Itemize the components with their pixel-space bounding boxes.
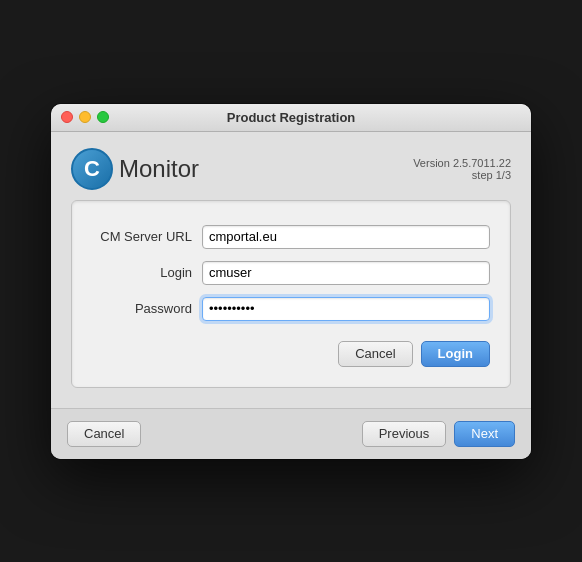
cancel-button[interactable]: Cancel: [67, 421, 141, 447]
server-url-label: CM Server URL: [92, 229, 202, 244]
footer-nav: Previous Next: [362, 421, 515, 447]
traffic-lights: [61, 111, 109, 123]
server-url-input[interactable]: [202, 225, 490, 249]
maximize-button[interactable]: [97, 111, 109, 123]
server-url-row: CM Server URL: [92, 225, 490, 249]
next-button[interactable]: Next: [454, 421, 515, 447]
logo-name: Monitor: [119, 155, 199, 183]
password-row: Password: [92, 297, 490, 321]
header: C Monitor Version 2.5.7011.22 step 1/3: [71, 148, 511, 190]
password-input[interactable]: [202, 297, 490, 321]
login-label: Login: [92, 265, 202, 280]
logo-icon: C: [71, 148, 113, 190]
step-label: step 1/3: [413, 169, 511, 181]
login-row: Login: [92, 261, 490, 285]
content-panel: CM Server URL Login Password Cancel Logi…: [71, 200, 511, 388]
cancel-dialog-button[interactable]: Cancel: [338, 341, 412, 367]
minimize-button[interactable]: [79, 111, 91, 123]
logo-letter: C: [84, 156, 100, 182]
login-button[interactable]: Login: [421, 341, 490, 367]
window-footer: Cancel Previous Next: [51, 408, 531, 459]
titlebar: Product Registration: [51, 104, 531, 132]
version-step-area: Version 2.5.7011.22 step 1/3: [413, 157, 511, 181]
login-input[interactable]: [202, 261, 490, 285]
close-button[interactable]: [61, 111, 73, 123]
window-body: C Monitor Version 2.5.7011.22 step 1/3 C…: [51, 132, 531, 408]
previous-button[interactable]: Previous: [362, 421, 447, 447]
password-label: Password: [92, 301, 202, 316]
form-actions: Cancel Login: [92, 341, 490, 367]
product-registration-window: Product Registration C Monitor Version 2…: [51, 104, 531, 459]
window-title: Product Registration: [227, 110, 356, 125]
version-label: Version 2.5.7011.22: [413, 157, 511, 169]
logo-area: C Monitor: [71, 148, 199, 190]
